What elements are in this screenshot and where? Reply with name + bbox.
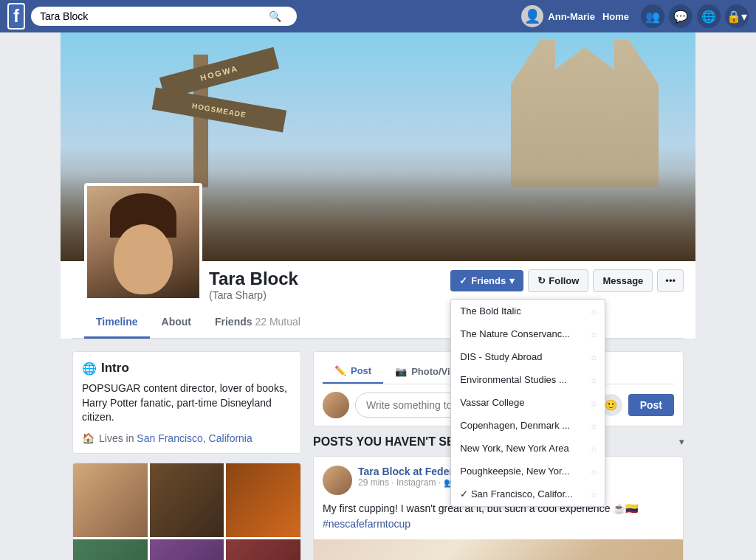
friends-dropdown: The Bold Italic ⌂ The Nature Conservanc.… [450,299,605,507]
dropdown-item[interactable]: New York, New York Area ⌂ [451,437,605,460]
tab-about[interactable]: About [150,307,203,339]
post-user-avatar [323,466,352,495]
photo-cell[interactable] [226,463,300,538]
globe-icon[interactable]: 🌐 [697,4,721,28]
item-shortcut: ⌂ [591,490,597,499]
photo-cell[interactable] [226,539,300,560]
item-label: The Nature Conservanc... [460,328,570,339]
profile-subname: (Tara Sharp) [209,289,450,301]
item-shortcut: ⌂ [591,444,597,453]
lock-icon[interactable]: 🔒▾ [725,4,749,28]
dropdown-item[interactable]: Poughkeepsie, New Yor... ⌂ [451,460,605,483]
messenger-icon[interactable]: 💬 [669,4,693,28]
dropdown-item-checked[interactable]: ✓ San Francisco, Califor... ⌂ [451,483,605,505]
item-label: The Bold Italic [460,305,520,317]
top-navigation: f 🔍 👤 Ann-Marie Home 👥 💬 🌐 🔒▾ [0,0,756,32]
friends-button[interactable]: ✓ Friends ▾ [450,270,523,291]
location-link[interactable]: San Francisco, California [137,432,252,444]
search-icon[interactable]: 🔍 [269,10,281,22]
item-shortcut: ⌂ [591,330,597,339]
item-label: Vassar College [460,397,524,408]
item-shortcut: ⌂ [591,467,597,476]
photos-card: Tara and 206 other friends have featured… [72,463,301,560]
lives-in: 🏠 Lives in San Francisco, California [82,432,292,444]
dropdown-item[interactable]: Copenhagen, Denmark ... ⌂ [451,414,605,437]
item-shortcut: ⌂ [591,421,597,430]
more-button[interactable]: ••• [657,269,684,292]
photo-cell[interactable] [73,539,148,560]
item-label: DIS - Study Abroad [460,351,542,362]
search-input[interactable] [40,10,269,22]
profile-name-block: Tara Block (Tara Sharp) [209,261,450,301]
left-column: 🌐 Intro POPSUGAR content director, lover… [72,351,301,560]
dropdown-item[interactable]: Vassar College ⌂ [451,391,605,414]
globe-small-icon: 🌐 [82,362,97,376]
photo-icon: 📷 [395,366,407,377]
home-icon: 🏠 [82,432,94,444]
photo-cell[interactable] [150,463,224,538]
item-shortcut: ⌂ [591,398,597,407]
dropdown-scroll-area[interactable]: The Bold Italic ⌂ The Nature Conservanc.… [451,300,605,506]
nav-username: Ann-Marie [548,11,595,22]
item-label: New York, New York Area [460,443,568,454]
post-avatar [323,392,349,418]
friends-icon[interactable]: 👥 [641,4,664,28]
dropdown-item[interactable]: The Nature Conservanc... ⌂ [451,322,605,345]
dropdown-item[interactable]: DIS - Study Abroad ⌂ [451,345,605,368]
tab-post[interactable]: ✏️ Post [323,359,383,384]
dropdown-item[interactable]: Family [451,505,605,506]
profile-info-row: Tara Block (Tara Sharp) ✓ Friends ▾ ↻ Fo… [72,261,684,307]
photo-grid [73,463,300,560]
castle-background [511,40,659,187]
profile-bar: Tara Block (Tara Sharp) ✓ Friends ▾ ↻ Fo… [61,261,695,339]
post-image [314,539,683,560]
avatar[interactable]: 👤 [521,5,543,27]
pencil-icon: ✏️ [334,365,346,376]
profile-avatar [84,183,202,301]
follow-button[interactable]: ↻ Follow [528,269,588,292]
message-button[interactable]: Message [593,269,653,292]
item-shortcut: ⌂ [591,376,597,384]
profile-actions: ✓ Friends ▾ ↻ Follow Message ••• The Bol… [450,269,684,301]
tab-timeline[interactable]: Timeline [84,307,150,339]
friends-icon-label: ✓ [459,275,467,286]
follow-icon: ↻ [537,275,546,286]
post-hashtag[interactable]: #nescafefarmtocup [323,518,410,530]
facebook-logo: f [7,3,25,30]
dropdown-item[interactable]: Environmental Studies ... ⌂ [451,368,605,391]
item-label: Environmental Studies ... [460,374,567,385]
item-label: Poughkeepsie, New Yor... [460,466,569,477]
tab-friends[interactable]: Friends 22 Mutual [203,307,312,339]
profile-container: HOGWA HOGSMEADE Tara Block (Tara Sharp) … [61,32,695,339]
item-shortcut: ⌂ [591,307,597,316]
chevron-down-icon: ▾ [509,275,515,286]
intro-card: 🌐 Intro POPSUGAR content director, lover… [72,351,301,454]
intro-title: 🌐 Intro [82,361,292,376]
item-shortcut: ⌂ [591,353,597,362]
post-button[interactable]: Post [628,394,674,416]
item-label: ✓ San Francisco, Califor... [460,488,573,499]
nav-right-section: 👤 Ann-Marie Home 👥 💬 🌐 🔒▾ [521,4,749,28]
dropdown-item[interactable]: The Bold Italic ⌂ [451,300,605,322]
nav-home-link[interactable]: Home [602,11,629,22]
search-bar[interactable]: 🔍 [31,7,297,26]
photo-cell[interactable] [73,463,148,538]
item-label: Copenhagen, Denmark ... [460,420,570,431]
photo-cell[interactable] [150,539,224,560]
profile-name: Tara Block [209,269,450,289]
chevron-down-icon[interactable]: ▾ [679,437,684,447]
intro-bio: POPSUGAR content director, lover of book… [82,381,292,425]
